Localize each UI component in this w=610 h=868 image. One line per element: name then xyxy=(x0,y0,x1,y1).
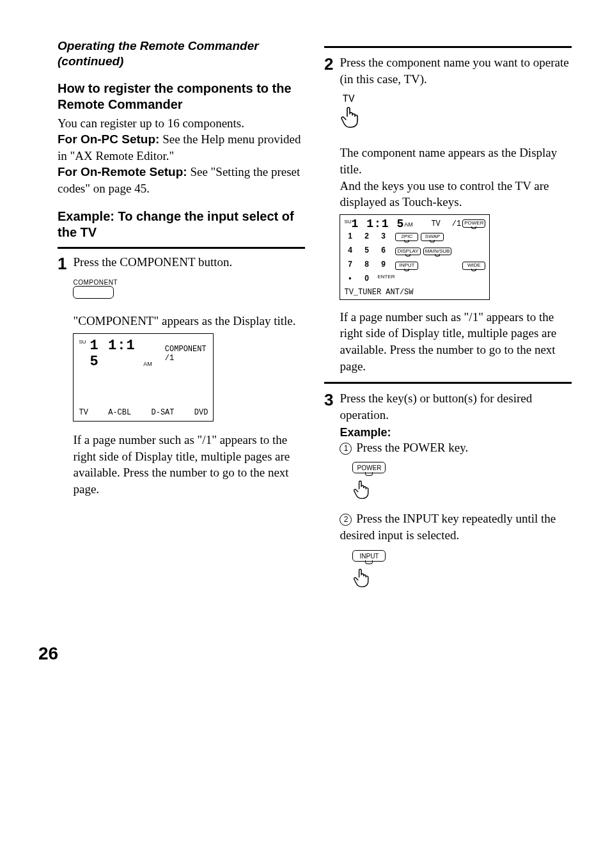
lcd1-opt-acbl: A-CBL xyxy=(108,408,131,417)
lcd2-footer: TV_TUNER ANT/SW xyxy=(344,288,485,297)
substep-2-text: Press the INPUT key repeatedly until the… xyxy=(340,512,556,542)
power-key-figure: POWER xyxy=(352,462,572,504)
substep-1: 1 Press the POWER key. xyxy=(340,439,572,456)
tv-touch-label: TV xyxy=(342,93,572,105)
hand-pointer-icon xyxy=(340,106,361,130)
lcd1-options: TV A-CBL D-SAT DVD xyxy=(79,408,208,417)
num-7: 7 xyxy=(344,260,356,271)
continued-title: Operating the Remote Commander (continue… xyxy=(58,38,305,69)
input-key-figure: INPUT xyxy=(352,550,572,592)
component-button-figure: COMPONENT xyxy=(73,279,305,301)
num-3: 3 xyxy=(377,232,389,243)
num-0: 0 xyxy=(361,274,372,285)
num-8: 8 xyxy=(361,260,372,271)
num-9: 9 xyxy=(377,260,389,271)
lcd1-su: SU xyxy=(79,339,86,345)
substep-1-text: Press the POWER key. xyxy=(353,441,468,454)
enter-label: ENTER xyxy=(377,274,389,285)
onremote-line: For On-Remote Setup: See "Setting the pr… xyxy=(58,164,305,196)
step-1-number: 1 xyxy=(58,255,66,272)
key-input: INPUT xyxy=(395,262,418,270)
lcd2-numpad: 1 2 3 4 5 6 7 8 9 • 0 EN xyxy=(344,232,389,285)
lcd2-clock: 1 1:1 5 xyxy=(352,217,405,230)
lcd1-ampm: AM xyxy=(143,361,152,367)
num-dot: • xyxy=(344,274,356,285)
step-2-result-2: And the keys you use to control the TV a… xyxy=(340,178,572,210)
circled-2-icon: 2 xyxy=(340,514,352,526)
num-4: 4 xyxy=(344,246,356,257)
onpc-line: For On-PC Setup: See the Help menu provi… xyxy=(58,131,305,164)
step-2-text: Press the component name you want to ope… xyxy=(340,54,572,87)
hand-pointer-icon xyxy=(352,480,371,501)
onremote-label: For On-Remote Setup: xyxy=(58,165,187,178)
num-2: 2 xyxy=(361,232,372,243)
step-3-text: Press the key(s) or button(s) for desire… xyxy=(340,390,572,423)
heading-register: How to register the components to the Re… xyxy=(58,81,305,113)
step-2-number: 2 xyxy=(324,56,333,72)
lcd2-title: TV xyxy=(431,219,440,228)
key-swap: SWAP xyxy=(421,233,444,241)
circled-1-icon: 1 xyxy=(340,443,352,455)
lcd1-opt-tv: TV xyxy=(79,408,88,417)
divider xyxy=(324,382,572,384)
lcd1-opt-dvd: DVD xyxy=(194,408,208,417)
input-key: INPUT xyxy=(352,550,386,562)
hand-pointer-icon xyxy=(352,568,371,590)
lcd-screen-2: SU 1 1:1 5 AM TV /1 POWER 1 xyxy=(340,214,490,300)
step-1-text: Press the COMPONENT button. xyxy=(73,254,305,271)
lcd1-clock: 1 1:1 5 xyxy=(90,338,140,370)
substep-2: 2 Press the INPUT key repeatedly until t… xyxy=(340,510,572,543)
power-key: POWER xyxy=(352,462,386,473)
tv-touch-figure: TV xyxy=(340,93,572,133)
key-display: DISPLAY xyxy=(395,248,420,256)
num-5: 5 xyxy=(361,246,372,257)
component-button-icon xyxy=(73,286,114,299)
key-wide: WIDE xyxy=(462,262,485,270)
page-number: 26 xyxy=(38,643,572,664)
num-6: 6 xyxy=(377,246,389,257)
lcd-screen-1: SU 1 1:1 5 AM COMPONENT /1 TV A-CBL D-SA… xyxy=(73,333,214,422)
divider xyxy=(58,247,305,249)
step-2-page-note: If a page number such as "/1" appears to… xyxy=(340,309,572,375)
step-2-result-1: The component name appears as the Displa… xyxy=(340,145,572,177)
heading-example: Example: To change the input select of t… xyxy=(58,209,305,241)
example-label: Example: xyxy=(340,426,572,439)
lcd2-ampm: AM xyxy=(404,221,413,228)
key-mainsub: MAIN/SUB xyxy=(423,248,452,256)
lcd1-title: COMPONENT /1 xyxy=(165,345,208,363)
step-1-page-note: If a page number such as "/1" appears to… xyxy=(73,432,305,498)
component-caption: COMPONENT xyxy=(73,279,305,286)
onpc-label: For On-PC Setup: xyxy=(58,132,159,146)
lcd2-power-key: POWER xyxy=(462,219,485,228)
num-1: 1 xyxy=(344,232,356,243)
register-intro: You can register up to 16 components. xyxy=(58,115,305,132)
step-1-result: "COMPONENT" appears as the Display title… xyxy=(73,313,305,329)
lcd2-su: SU xyxy=(344,219,351,225)
key-2pic: 2PIC xyxy=(395,233,418,241)
divider xyxy=(324,46,572,48)
lcd1-opt-dsat: D-SAT xyxy=(152,408,175,417)
step-3-number: 3 xyxy=(324,391,333,408)
lcd2-page: /1 xyxy=(452,219,461,228)
